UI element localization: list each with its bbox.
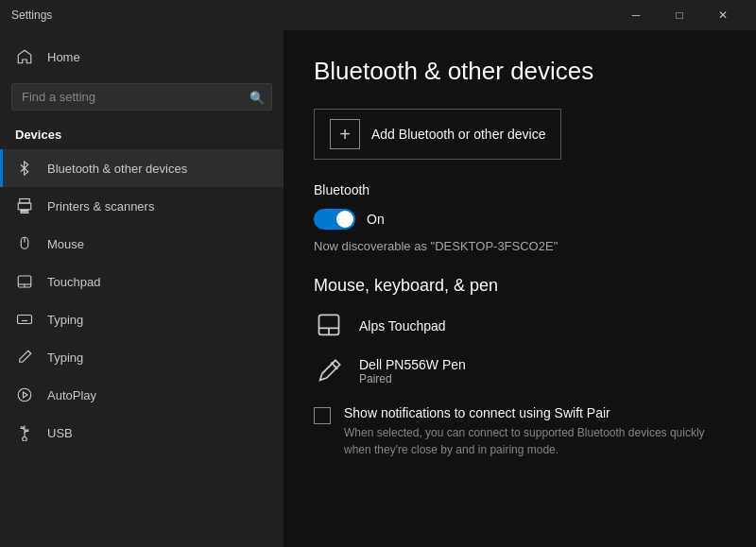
autoplay-icon	[15, 385, 34, 404]
pen-icon	[15, 348, 34, 367]
bluetooth-toggle[interactable]	[314, 209, 355, 230]
swift-pair-label: Show notifications to connect using Swif…	[344, 405, 726, 420]
device-item-touchpad: Alps Touchpad	[314, 311, 726, 341]
device-item-pen: Dell PN556W Pen Paired	[314, 356, 726, 386]
printers-label: Printers & scanners	[47, 199, 154, 214]
svg-marker-15	[24, 392, 28, 398]
pen-device-name: Dell PN556W Pen	[359, 357, 466, 372]
svg-point-14	[18, 388, 31, 402]
pen-device-status: Paired	[359, 372, 466, 385]
sidebar-item-usb[interactable]: USB	[0, 414, 284, 452]
pen-device-info: Dell PN556W Pen Paired	[359, 357, 466, 385]
sidebar-item-bluetooth[interactable]: Bluetooth & other devices	[0, 149, 284, 187]
svg-rect-8	[18, 316, 32, 324]
devices-heading: Devices	[0, 122, 284, 149]
window-controls: ─ □ ✕	[614, 0, 745, 30]
printer-icon	[15, 197, 34, 215]
home-icon	[15, 47, 34, 66]
mouse-icon	[15, 234, 34, 253]
pen-device-icon	[314, 356, 344, 386]
touchpad-device-name: Alps Touchpad	[359, 318, 446, 333]
swift-pair-text: Show notifications to connect using Swif…	[344, 405, 726, 458]
usb-label: USB	[47, 426, 73, 440]
toggle-knob	[336, 211, 353, 228]
bluetooth-toggle-row: On	[314, 209, 726, 230]
sidebar-item-typing[interactable]: Typing	[0, 300, 284, 338]
swift-pair-description: When selected, you can connect to suppor…	[344, 424, 726, 458]
title-bar: Settings ─ □ ✕	[0, 0, 756, 30]
mouse-keyboard-section-title: Mouse, keyboard, & pen	[314, 276, 726, 296]
sidebar-item-printers[interactable]: Printers & scanners	[0, 187, 284, 225]
autoplay-label: AutoPlay	[47, 388, 96, 402]
sidebar-item-home[interactable]: Home	[0, 38, 284, 76]
home-label: Home	[47, 50, 80, 64]
mouse-label: Mouse	[47, 237, 84, 251]
content-area: Bluetooth & other devices + Add Bluetoot…	[284, 30, 756, 547]
bluetooth-toggle-state: On	[367, 212, 385, 227]
touchpad-icon	[15, 272, 34, 291]
app-title: Settings	[11, 9, 52, 22]
swift-pair-section: Show notifications to connect using Swif…	[314, 405, 726, 458]
search-input[interactable]	[11, 83, 272, 111]
maximize-button[interactable]: □	[658, 0, 701, 30]
typing-icon	[15, 310, 34, 329]
typing-label: Typing	[47, 313, 83, 327]
touchpad-device-info: Alps Touchpad	[359, 318, 446, 333]
touchpad-device-icon	[314, 311, 344, 341]
add-device-label: Add Bluetooth or other device	[371, 127, 545, 142]
sidebar: Home 🔍 Devices Bluetooth & other devices…	[0, 30, 284, 547]
pen-label: Typing	[47, 350, 83, 365]
bluetooth-icon	[15, 159, 34, 178]
sidebar-item-autoplay[interactable]: AutoPlay	[0, 376, 284, 414]
add-device-icon: +	[330, 119, 360, 149]
svg-rect-2	[21, 211, 26, 212]
page-title: Bluetooth & other devices	[314, 57, 726, 86]
sidebar-item-mouse[interactable]: Mouse	[0, 225, 284, 263]
minimize-button[interactable]: ─	[614, 0, 658, 30]
close-button[interactable]: ✕	[701, 0, 745, 30]
bluetooth-section-label: Bluetooth	[314, 182, 726, 197]
search-box: 🔍	[11, 83, 272, 111]
svg-rect-0	[20, 199, 30, 204]
usb-icon	[15, 423, 34, 442]
svg-rect-1	[21, 210, 28, 211]
search-icon: 🔍	[249, 90, 265, 104]
discoverable-text: Now discoverable as "DESKTOP-3FSCO2E"	[314, 239, 726, 253]
bluetooth-label: Bluetooth & other devices	[47, 162, 187, 176]
swift-pair-checkbox[interactable]	[314, 407, 331, 424]
sidebar-item-pen[interactable]: Typing	[0, 338, 284, 376]
svg-line-22	[331, 363, 337, 369]
sidebar-item-touchpad[interactable]: Touchpad	[0, 263, 284, 300]
main-layout: Home 🔍 Devices Bluetooth & other devices…	[0, 30, 756, 547]
add-device-button[interactable]: + Add Bluetooth or other device	[314, 109, 561, 160]
touchpad-label: Touchpad	[47, 275, 100, 289]
